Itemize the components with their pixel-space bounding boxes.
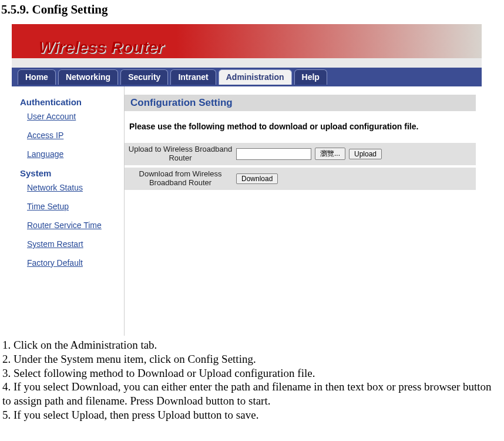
router-admin-screenshot: Wireless Router Home Networking Security… [12,24,482,336]
main-area: Authentication User Account Access IP La… [12,86,482,336]
upload-label: Upload to Wireless Broadband Router [128,145,236,163]
sidebar-link-factory-default[interactable]: Factory Default [27,258,118,268]
file-path-input[interactable] [236,148,311,160]
tab-bar: Home Networking Security Intranet Admini… [12,68,482,86]
banner-title: Wireless Router [39,38,164,57]
upload-button[interactable]: Upload [349,149,382,159]
content-title: Configuration Setting [125,95,476,111]
instruction-step: 3. Select following method to Download o… [2,366,502,380]
sidebar-link-time-setup[interactable]: Time Setup [27,202,118,211]
download-button[interactable]: Download [236,173,278,184]
download-row: Download from Wireless Broadband Router … [125,168,476,190]
upload-row: Upload to Wireless Broadband Router 瀏覽..… [125,143,476,165]
sidebar-link-router-service-time[interactable]: Router Service Time [27,220,118,230]
sidebar-link-network-status[interactable]: Network Status [27,183,118,192]
content-panel: Configuration Setting Please use the fol… [125,86,482,336]
browse-button[interactable]: 瀏覽... [315,148,345,160]
content-instruction: Please use the following method to downl… [129,122,476,131]
instruction-step: 4. If you select Download, you can eithe… [2,380,502,408]
sidebar-link-access-ip[interactable]: Access IP [27,131,118,140]
tab-home[interactable]: Home [18,69,56,85]
sidebar-section-system: System [20,168,118,178]
sidebar-link-system-restart[interactable]: System Restart [27,239,118,249]
tab-networking[interactable]: Networking [58,69,118,85]
tab-security[interactable]: Security [120,69,168,85]
sidebar-link-language[interactable]: Language [27,149,118,159]
sidebar: Authentication User Account Access IP La… [12,86,125,336]
sidebar-section-authentication: Authentication [20,97,118,107]
instruction-step: 5. If you select Upload, then press Uplo… [2,408,502,422]
instruction-step: 2. Under the System menu item, click on … [2,352,502,366]
instruction-step: 1. Click on the Administration tab. [2,338,502,352]
tab-administration[interactable]: Administration [219,69,292,85]
download-label: Download from Wireless Broadband Router [128,170,236,188]
sidebar-link-user-account[interactable]: User Account [27,112,118,121]
tab-help[interactable]: Help [294,69,327,85]
banner: Wireless Router Home Networking Security… [12,24,482,86]
tab-intranet[interactable]: Intranet [170,69,216,85]
section-heading: 5.5.9. Config Setting [1,2,503,17]
instruction-list: 1. Click on the Administration tab. 2. U… [1,338,503,422]
